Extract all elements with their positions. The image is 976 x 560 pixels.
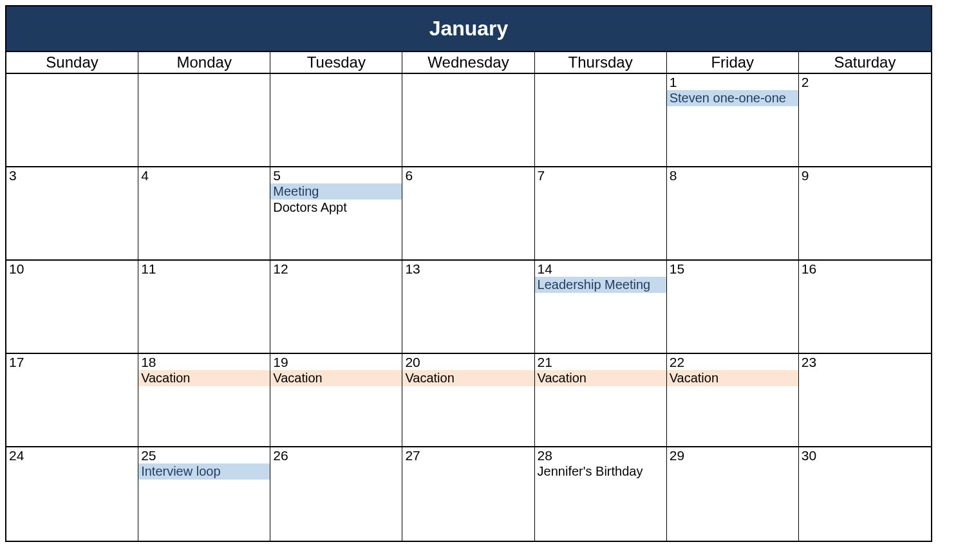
week-row: 2425Interview loop262728Jennifer's Birth… [6,447,931,541]
day-number: 13 [402,261,534,277]
day-cell[interactable]: 16 [799,261,931,354]
day-number: 4 [138,167,270,183]
day-cell[interactable]: 13 [402,261,534,354]
day-cell[interactable] [535,74,667,167]
day-cell[interactable]: 5MeetingDoctors Appt [270,167,402,261]
day-cell[interactable] [138,74,270,167]
calendar-event[interactable]: Doctors Appt [270,200,402,216]
day-number: 15 [667,261,798,277]
day-number: 8 [667,167,798,183]
day-number: 17 [6,354,138,370]
calendar-event[interactable]: Interview loop [138,463,270,480]
day-number: 19 [270,354,402,370]
day-number: 20 [402,354,534,370]
day-header-friday: Friday [667,52,799,74]
day-cell[interactable]: 17 [6,354,138,447]
day-cell[interactable]: 1Steven one-one-one [667,74,799,167]
day-cell[interactable]: 4 [138,167,270,261]
day-cell[interactable]: 14Leadership Meeting [535,261,667,354]
week-row: 1718Vacation19Vacation20Vacation21Vacati… [6,354,931,447]
day-cell[interactable]: 15 [667,261,799,354]
day-number: 27 [402,447,534,463]
day-number: 9 [799,167,931,183]
day-number: 16 [799,261,931,277]
day-cell[interactable]: 8 [667,167,799,261]
day-number: 24 [6,447,138,463]
week-row: 1Steven one-one-one2 [6,74,931,167]
day-header-thursday: Thursday [535,52,667,74]
month-title: January [6,6,931,52]
day-cell[interactable]: 11 [138,261,270,354]
calendar-event[interactable]: Vacation [402,370,534,386]
day-number: 26 [270,447,402,463]
day-number: 30 [799,447,931,463]
day-cell[interactable]: 9 [799,167,931,261]
day-cell[interactable]: 20Vacation [402,354,534,447]
day-number: 12 [270,261,402,277]
calendar-event[interactable]: Jennifer's Birthday [535,463,666,480]
day-cell[interactable]: 2 [799,74,931,167]
day-number: 14 [535,261,666,277]
day-cell[interactable]: 27 [402,447,534,541]
calendar-event[interactable]: Vacation [535,370,666,386]
calendar-grid: 1Steven one-one-one2345MeetingDoctors Ap… [6,74,931,541]
day-number: 2 [799,74,931,90]
day-cell[interactable]: 30 [799,447,931,541]
day-number: 28 [535,447,666,463]
day-number: 6 [402,167,534,183]
day-number: 22 [667,354,798,370]
day-cell[interactable] [270,74,402,167]
day-number: 11 [138,261,270,277]
day-headers-row: Sunday Monday Tuesday Wednesday Thursday… [6,52,931,74]
day-number: 10 [6,261,138,277]
day-cell[interactable]: 22Vacation [667,354,799,447]
day-cell[interactable]: 29 [667,447,799,541]
day-cell[interactable]: 26 [270,447,402,541]
day-cell[interactable]: 28Jennifer's Birthday [535,447,667,541]
day-number: 29 [667,447,798,463]
day-number: 7 [535,167,666,183]
day-cell[interactable]: 21Vacation [535,354,667,447]
day-cell[interactable]: 3 [6,167,138,261]
day-number: 5 [270,167,402,183]
calendar-event[interactable]: Vacation [270,370,402,386]
day-header-sunday: Sunday [6,52,138,74]
day-cell[interactable]: 6 [402,167,534,261]
day-cell[interactable]: 19Vacation [270,354,402,447]
day-header-saturday: Saturday [799,52,931,74]
day-cell[interactable]: 7 [535,167,667,261]
calendar: January Sunday Monday Tuesday Wednesday … [5,5,932,542]
day-number: 21 [535,354,666,370]
calendar-event[interactable]: Leadership Meeting [535,277,666,293]
day-cell[interactable]: 18Vacation [138,354,270,447]
calendar-event[interactable]: Vacation [138,370,270,386]
day-number: 3 [6,167,138,183]
day-cell[interactable]: 24 [6,447,138,541]
day-number: 25 [138,447,270,463]
week-row: 1011121314Leadership Meeting1516 [6,261,931,354]
day-number: 23 [799,354,931,370]
day-header-monday: Monday [138,52,270,74]
calendar-event[interactable]: Meeting [270,183,402,200]
calendar-event[interactable]: Vacation [667,370,798,386]
day-header-tuesday: Tuesday [270,52,402,74]
day-cell[interactable]: 23 [799,354,931,447]
day-cell[interactable] [402,74,534,167]
week-row: 345MeetingDoctors Appt6789 [6,167,931,261]
day-number: 1 [667,74,798,90]
calendar-event[interactable]: Steven one-one-one [667,90,798,106]
day-cell[interactable]: 10 [6,261,138,354]
day-cell[interactable] [6,74,138,167]
day-cell[interactable]: 12 [270,261,402,354]
day-number: 18 [138,354,270,370]
day-header-wednesday: Wednesday [402,52,534,74]
day-cell[interactable]: 25Interview loop [138,447,270,541]
